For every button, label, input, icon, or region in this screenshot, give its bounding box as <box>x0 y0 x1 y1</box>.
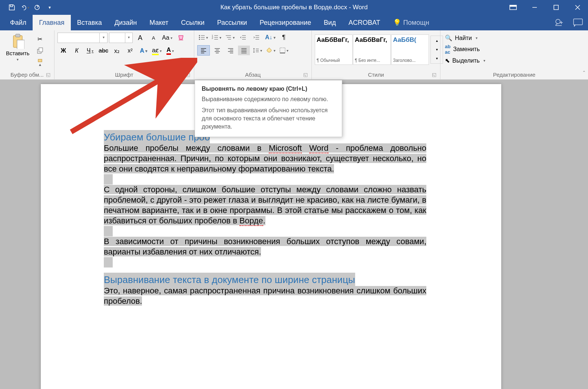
svg-rect-12 <box>39 48 43 52</box>
qat-more-icon[interactable]: ▾ <box>44 2 55 13</box>
tab-acrobat[interactable]: ACROBAT <box>342 15 387 30</box>
subscript-button[interactable]: x₂ <box>111 46 123 56</box>
svg-text:2: 2 <box>212 37 213 39</box>
format-painter-icon[interactable] <box>34 58 46 67</box>
tab-mailings[interactable]: Рассылки <box>211 15 254 30</box>
tab-references[interactable]: Ссылки <box>175 15 211 30</box>
close-icon[interactable] <box>567 0 588 15</box>
save-icon[interactable] <box>7 2 17 13</box>
doc-para-1[interactable]: Большие пробелы между словами в Microsof… <box>104 143 426 174</box>
doc-blank-3[interactable] <box>104 257 113 267</box>
svg-rect-9 <box>16 34 20 37</box>
paragraph-label: Абзац <box>245 72 261 78</box>
shading-icon[interactable] <box>265 46 277 55</box>
clipboard-label: Буфер обм... <box>10 72 43 78</box>
borders-icon[interactable] <box>278 46 290 55</box>
bullets-icon[interactable] <box>197 33 209 42</box>
bold-button[interactable]: Ж <box>57 46 69 56</box>
redo-icon[interactable] <box>32 2 42 13</box>
change-case-icon[interactable]: Aa <box>161 33 174 43</box>
highlight-icon[interactable]: aȼ <box>151 46 163 56</box>
line-spacing-icon[interactable] <box>251 46 263 55</box>
align-right-button[interactable] <box>225 46 237 55</box>
grow-font-icon[interactable]: A <box>134 33 146 43</box>
svg-rect-10 <box>17 40 24 49</box>
increase-indent-icon[interactable] <box>251 33 262 42</box>
doc-blank-2[interactable] <box>104 226 113 236</box>
document-body[interactable]: Убираем большие проб Большие пробелы меж… <box>104 132 426 306</box>
styles-label: Стили <box>368 72 384 78</box>
underline-button[interactable]: Ч <box>84 46 96 56</box>
font-family-combo[interactable]: ▾ <box>57 33 108 43</box>
doc-para-2[interactable]: С одной стороны, слишком большие отступы… <box>104 184 426 226</box>
tab-layout[interactable]: Макет <box>143 15 175 30</box>
font-color-icon[interactable]: A <box>164 46 176 56</box>
decrease-indent-icon[interactable] <box>237 33 249 42</box>
tell-me[interactable]: 💡Помощн <box>387 15 436 30</box>
doc-para-3[interactable]: В зависимости от причины возникновения б… <box>104 236 426 257</box>
tab-file[interactable]: Файл <box>4 15 33 30</box>
clipboard-launcher-icon[interactable]: ◱ <box>46 72 50 77</box>
styles-launcher-icon[interactable]: ◱ <box>432 72 436 77</box>
font-size-combo[interactable]: ▾ <box>109 33 133 43</box>
minimize-icon[interactable] <box>524 0 545 15</box>
undo-icon[interactable] <box>19 2 30 13</box>
group-editing: 🔍Найти abacЗаменить ⬉Выделить Редактиров… <box>440 30 588 79</box>
comments-icon[interactable] <box>573 19 583 27</box>
group-styles: АаБбВвГг,¶ Обычный АаБбВвГг,¶ Без инте..… <box>312 30 440 79</box>
tab-view[interactable]: Вид <box>317 15 342 30</box>
clear-formatting-icon[interactable] <box>175 33 187 43</box>
style-normal[interactable]: АаБбВвГг,¶ Обычный <box>315 34 353 65</box>
align-center-button[interactable] <box>211 46 223 55</box>
tab-review[interactable]: Рецензирование <box>253 15 317 30</box>
italic-button[interactable]: К <box>71 46 83 56</box>
paste-label: Вставить <box>6 50 30 56</box>
tab-insert[interactable]: Вставка <box>71 15 108 30</box>
multilevel-icon[interactable] <box>224 33 236 42</box>
group-paragraph: 12 A↓ ¶ Абзац◱ <box>194 30 312 79</box>
shrink-font-icon[interactable]: A <box>148 33 159 43</box>
text-effects-icon[interactable]: A <box>138 46 149 56</box>
svg-rect-3 <box>510 5 516 7</box>
svg-rect-0 <box>10 5 13 7</box>
tab-design[interactable]: Дизайн <box>108 15 143 30</box>
find-button[interactable]: 🔍Найти <box>443 34 585 42</box>
tooltip-title: Выровнять по левому краю (Ctrl+L) <box>202 86 335 92</box>
select-button[interactable]: ⬉Выделить <box>443 57 585 64</box>
svg-rect-13 <box>38 59 42 62</box>
tooltip-line1: Выравнивание содержимого по левому полю. <box>202 95 335 103</box>
numbering-icon[interactable]: 12 <box>211 33 222 42</box>
doc-blank-1[interactable] <box>104 174 113 184</box>
svg-point-14 <box>199 35 200 36</box>
maximize-icon[interactable] <box>546 0 566 15</box>
paste-button[interactable]: Вставить ▾ <box>3 33 33 62</box>
style-no-spacing[interactable]: АаБбВвГг,¶ Без инте... <box>353 34 391 65</box>
show-marks-icon[interactable]: ¶ <box>278 33 290 42</box>
tab-home[interactable]: Главная <box>33 15 71 30</box>
collapse-ribbon-icon[interactable]: ˆ <box>583 70 585 77</box>
group-clipboard: Вставить ▾ ✂ Буфер обм...◱ <box>0 30 54 79</box>
sort-icon[interactable]: A↓ <box>264 33 277 42</box>
svg-point-6 <box>556 19 560 24</box>
align-left-button[interactable] <box>197 45 210 56</box>
cut-icon[interactable]: ✂ <box>34 34 46 44</box>
svg-rect-19 <box>280 48 285 53</box>
annotation-arrow-icon <box>64 58 197 139</box>
editing-label: Редактирование <box>493 72 535 78</box>
style-heading1[interactable]: АаБбВ(Заголово... <box>391 34 429 65</box>
ribbon-display-icon[interactable] <box>503 0 523 15</box>
paragraph-launcher-icon[interactable]: ◱ <box>303 72 308 77</box>
svg-rect-7 <box>574 19 582 25</box>
tooltip-align-left: Выровнять по левому краю (Ctrl+L) Выравн… <box>195 80 342 137</box>
strike-button[interactable]: abc <box>98 46 109 56</box>
svg-line-21 <box>71 63 189 132</box>
share-icon[interactable] <box>555 18 564 27</box>
doc-heading2[interactable]: Выравнивание текста в документе по ширин… <box>104 273 355 287</box>
svg-point-15 <box>199 37 200 38</box>
replace-button[interactable]: abacЗаменить <box>443 43 585 55</box>
superscript-button[interactable]: x² <box>124 46 136 56</box>
justify-button[interactable] <box>238 46 250 55</box>
doc-para-4[interactable]: Это, наверное, самая распространенная пр… <box>104 286 426 306</box>
copy-icon[interactable] <box>34 46 46 56</box>
titlebar: ▾ Как убрать большие пробелы в Ворде.doc… <box>0 0 588 15</box>
